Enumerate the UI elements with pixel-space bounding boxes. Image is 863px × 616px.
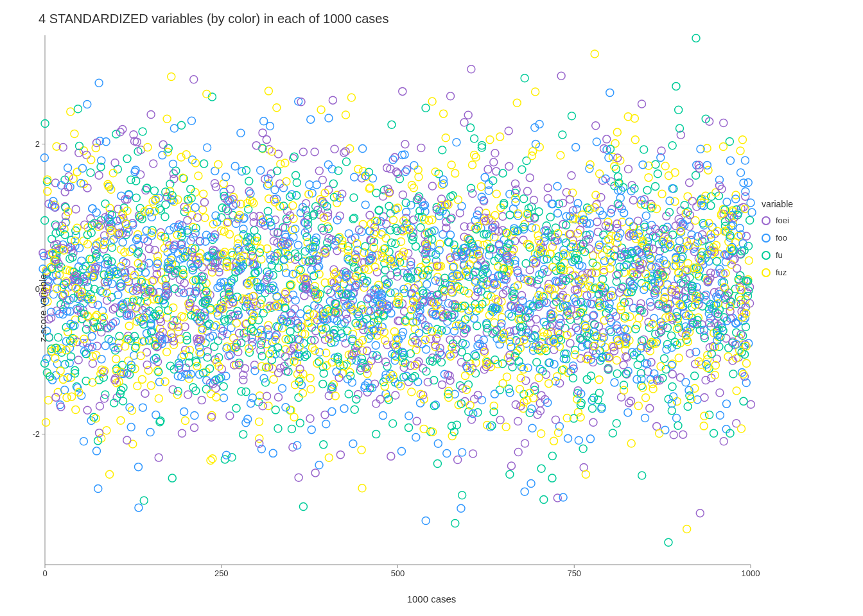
legend-label-fu: fu — [776, 250, 783, 260]
legend-item-fu: fu — [762, 250, 845, 260]
y-axis-label: z-score variable — [37, 274, 48, 342]
scatter-plot — [0, 0, 863, 616]
legend-item-fuz: fuz — [762, 268, 845, 277]
legend-item-foo: foo — [762, 233, 845, 243]
legend-title: variable — [762, 199, 845, 209]
legend-item-foei: foei — [762, 216, 845, 225]
chart-container: 4 STANDARDIZED variables (by color) in e… — [0, 0, 863, 616]
x-axis-label: 1000 cases — [407, 594, 457, 604]
legend-label-foei: foei — [776, 216, 789, 225]
legend-label-foo: foo — [776, 233, 787, 243]
legend-label-fuz: fuz — [776, 268, 787, 277]
chart-title: 4 STANDARDIZED variables (by color) in e… — [39, 12, 388, 26]
legend-box: variable foeifoofufuz — [762, 199, 845, 285]
